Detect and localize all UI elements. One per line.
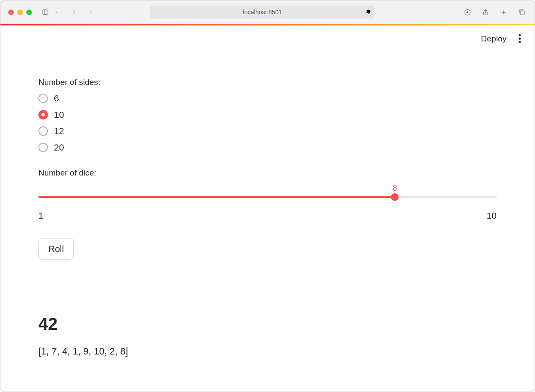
slider-fill xyxy=(38,196,395,198)
radio-label: 20 xyxy=(54,142,64,153)
sidebar-toggle-icon[interactable] xyxy=(41,7,50,17)
url-bar[interactable]: localhost:8501 xyxy=(150,6,374,19)
download-icon[interactable] xyxy=(463,7,472,17)
window-minimize-button[interactable] xyxy=(17,9,23,15)
svg-rect-0 xyxy=(43,10,48,15)
share-icon[interactable] xyxy=(481,7,491,17)
radio-label: 12 xyxy=(54,126,64,136)
radio-label: 10 xyxy=(54,110,64,120)
chevron-down-icon[interactable] xyxy=(52,7,61,17)
dice-slider-section: Number of dice: 8 1 10 xyxy=(38,168,497,221)
sides-radio-12[interactable]: 12 xyxy=(38,126,497,136)
result-sum: 42 xyxy=(38,314,497,334)
app-topbar: Deploy xyxy=(0,25,535,52)
slider-thumb[interactable] xyxy=(391,193,399,201)
sides-radio-20[interactable]: 20 xyxy=(38,142,497,153)
deploy-button[interactable]: Deploy xyxy=(481,34,507,44)
reload-icon[interactable] xyxy=(366,9,371,16)
window-fullscreen-button[interactable] xyxy=(26,9,32,15)
menu-kebab-icon[interactable] xyxy=(517,32,522,45)
sides-radio-group: 6101220 xyxy=(38,93,497,153)
slider-max: 10 xyxy=(487,210,497,221)
slider-min: 1 xyxy=(38,210,44,221)
slider-label: Number of dice: xyxy=(38,168,497,178)
url-text: localhost:8501 xyxy=(243,9,282,16)
nav-back-icon[interactable] xyxy=(69,7,79,17)
sides-radio-10[interactable]: 10 xyxy=(38,110,497,120)
radio-label: 6 xyxy=(54,93,59,103)
roll-button[interactable]: Roll xyxy=(38,238,74,260)
svg-rect-6 xyxy=(520,10,524,14)
radio-circle-icon xyxy=(38,110,48,119)
slider-value-label: 8 xyxy=(393,184,397,193)
radio-circle-icon xyxy=(38,143,48,152)
tabs-icon[interactable] xyxy=(517,7,527,17)
window-controls xyxy=(8,9,32,15)
sides-radio-6[interactable]: 6 xyxy=(38,93,497,103)
browser-chrome: localhost:8501 xyxy=(0,0,535,24)
nav-forward-icon[interactable] xyxy=(86,7,96,17)
sides-label: Number of sides: xyxy=(38,78,497,87)
window-close-button[interactable] xyxy=(8,9,14,15)
radio-circle-icon xyxy=(38,126,48,136)
result-list: [1, 7, 4, 1, 9, 10, 2, 8] xyxy=(38,346,497,357)
slider-track xyxy=(38,196,497,198)
divider xyxy=(38,290,497,290)
dice-slider[interactable]: 8 xyxy=(38,188,497,205)
radio-circle-icon xyxy=(38,94,48,103)
main-content: Number of sides: 6101220 Number of dice:… xyxy=(0,52,535,357)
new-tab-icon[interactable] xyxy=(499,7,509,17)
